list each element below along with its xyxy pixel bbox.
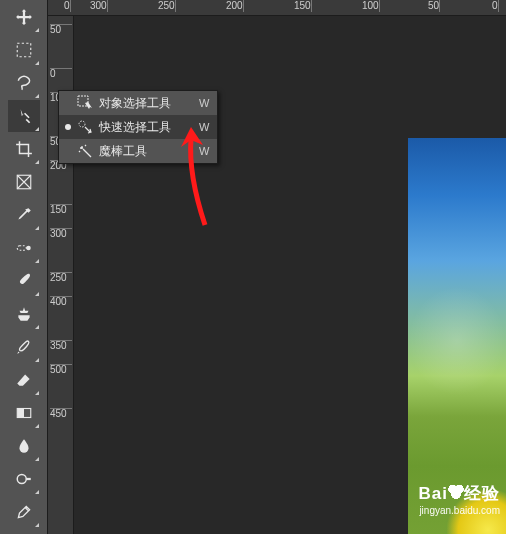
watermark-text: 经验 <box>464 484 500 503</box>
svg-point-3 <box>26 246 31 251</box>
blur-tool[interactable] <box>8 430 40 462</box>
svg-rect-0 <box>17 43 31 57</box>
lasso-tool[interactable] <box>8 67 40 99</box>
eyedropper-tool[interactable] <box>8 199 40 231</box>
ruler-tick: 300 <box>88 0 108 12</box>
flyout-shortcut: W <box>195 145 209 157</box>
toolbox <box>0 0 48 534</box>
type-tool[interactable] <box>8 529 40 534</box>
history-brush-tool[interactable] <box>8 331 40 363</box>
ruler-horizontal: 0 300 250 200 150 100 50 0 <box>48 0 506 16</box>
watermark-url: jingyan.baidu.com <box>419 505 500 516</box>
pen-tool[interactable] <box>8 496 40 528</box>
ruler-vtick: 350 <box>50 340 72 351</box>
svg-rect-5 <box>17 409 24 418</box>
object-select-icon <box>77 95 93 111</box>
ruler-vtick: 400 <box>50 296 72 307</box>
ruler-vtick: 300 <box>50 228 72 239</box>
frame-tool[interactable] <box>8 166 40 198</box>
watermark: Bai经验 jingyan.baidu.com <box>419 482 500 516</box>
spot-heal-tool[interactable] <box>8 232 40 264</box>
image-preview <box>408 138 506 534</box>
ruler-vtick: 500 <box>50 364 72 375</box>
ruler-vtick: 50 <box>50 24 72 35</box>
ruler-tick: 200 <box>224 0 244 12</box>
svg-point-6 <box>17 475 26 484</box>
move-tool[interactable] <box>8 1 40 33</box>
clone-stamp-tool[interactable] <box>8 298 40 330</box>
watermark-logo: Bai经验 <box>419 482 500 505</box>
ruler-tick: 0 <box>62 0 71 12</box>
paw-icon <box>448 485 464 499</box>
eraser-tool[interactable] <box>8 364 40 396</box>
artboard-tool[interactable] <box>8 34 40 66</box>
svg-point-8 <box>79 121 85 127</box>
magic-wand-icon <box>77 143 93 159</box>
ruler-tick: 250 <box>156 0 176 12</box>
watermark-text: Bai <box>419 484 448 503</box>
gradient-tool[interactable] <box>8 397 40 429</box>
svg-rect-2 <box>17 246 26 251</box>
ruler-tick: 0 <box>490 0 499 12</box>
brush-tool[interactable] <box>8 265 40 297</box>
flyout-label: 魔棒工具 <box>99 143 189 160</box>
ruler-vtick: 0 <box>50 68 72 79</box>
flyout-label: 对象选择工具 <box>99 95 189 112</box>
flyout-shortcut: W <box>195 97 209 109</box>
ruler-vtick: 150 <box>50 204 72 215</box>
svg-point-9 <box>81 147 83 149</box>
ruler-tick: 150 <box>292 0 312 12</box>
dodge-tool[interactable] <box>8 463 40 495</box>
ruler-vtick: 250 <box>50 272 72 283</box>
flyout-label: 快速选择工具 <box>99 119 189 136</box>
flyout-quick-select[interactable]: 快速选择工具 W <box>59 115 217 139</box>
crop-tool[interactable] <box>8 133 40 165</box>
quick-select-tool[interactable] <box>8 100 40 132</box>
tool-flyout-menu: 对象选择工具 W 快速选择工具 W 魔棒工具 W <box>58 90 218 164</box>
quick-select-icon <box>77 119 93 135</box>
ruler-tick: 50 <box>426 0 440 12</box>
ruler-tick: 100 <box>360 0 380 12</box>
flyout-indicator <box>65 124 71 130</box>
flyout-magic-wand[interactable]: 魔棒工具 W <box>59 139 217 163</box>
flyout-shortcut: W <box>195 121 209 133</box>
flyout-object-select[interactable]: 对象选择工具 W <box>59 91 217 115</box>
ruler-vtick: 450 <box>50 408 72 419</box>
